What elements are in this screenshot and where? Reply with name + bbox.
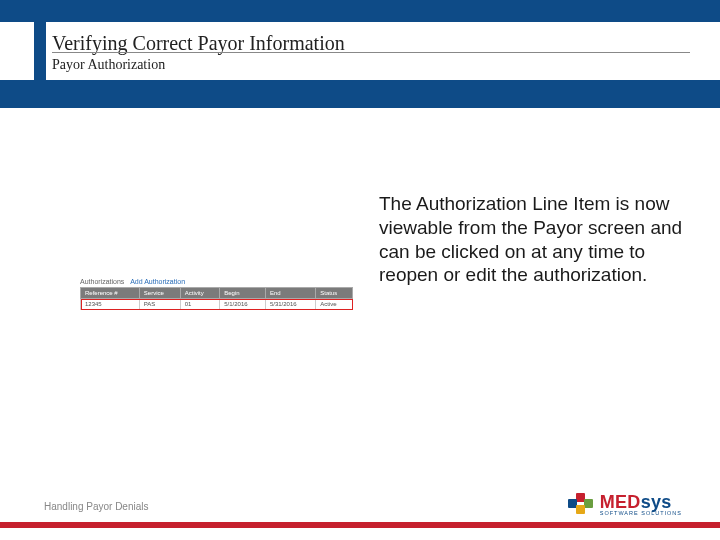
col-begin: Begin (220, 288, 266, 299)
cell-begin: 5/1/2016 (220, 299, 266, 310)
footer-red-bar (0, 522, 720, 528)
authorizations-panel: Authorizations Add Authorization Referen… (80, 278, 353, 310)
page-subtitle: Payor Authorization (52, 57, 165, 73)
table-row[interactable]: 12345 PAS 01 5/1/2016 5/31/2016 Active (81, 299, 353, 310)
footer-text: Handling Payor Denials (44, 501, 149, 512)
logo-brand-left: MED (600, 492, 641, 512)
logo-brand-right: sys (641, 492, 672, 512)
authorizations-table: Reference # Service Activity Begin End S… (80, 287, 353, 310)
cell-activity: 01 (180, 299, 220, 310)
title-divider (52, 52, 690, 53)
col-end: End (265, 288, 315, 299)
cell-end: 5/31/2016 (265, 299, 315, 310)
col-service: Service (139, 288, 180, 299)
medsys-logo: MEDsys SOFTWARE SOLUTIONS (568, 492, 682, 516)
col-status: Status (316, 288, 353, 299)
body-paragraph: The Authorization Line Item is now viewa… (379, 192, 695, 287)
logo-squares-icon (568, 493, 594, 515)
add-authorization-link[interactable]: Add Authorization (130, 278, 185, 285)
col-reference: Reference # (81, 288, 140, 299)
authorizations-label: Authorizations (80, 278, 124, 285)
header-band (0, 80, 720, 108)
top-header-bar (0, 0, 720, 22)
cell-reference: 12345 (81, 299, 140, 310)
logo-tagline: SOFTWARE SOLUTIONS (600, 510, 682, 516)
col-activity: Activity (180, 288, 220, 299)
cell-status: Active (316, 299, 353, 310)
cell-service: PAS (139, 299, 180, 310)
